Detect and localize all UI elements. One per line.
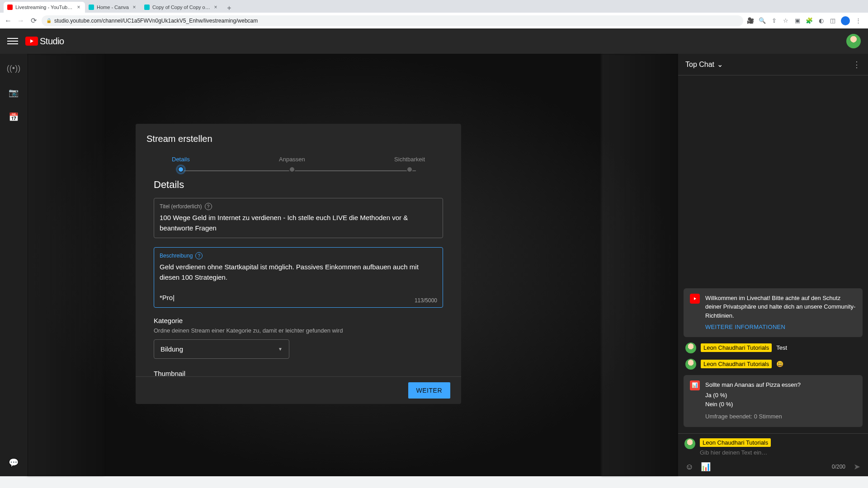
tab-canva[interactable]: Home - Canva × xyxy=(85,2,141,13)
close-icon[interactable]: × xyxy=(132,5,137,10)
stepper: Details Anpassen Sichtbarkeit xyxy=(136,149,461,173)
avatar[interactable] xyxy=(685,359,696,370)
chat-input[interactable] xyxy=(700,449,862,456)
step-dot xyxy=(289,166,295,173)
stream-icon[interactable]: ((•)) xyxy=(8,63,19,74)
category-heading: Kategorie xyxy=(154,317,443,324)
title-input[interactable]: 100 Wege Geld im Internet zu verdienen -… xyxy=(160,213,437,233)
description-field[interactable]: Beschreibung ? Geld verdienen ohne Start… xyxy=(154,247,443,308)
share-icon[interactable]: ⇧ xyxy=(770,17,778,24)
url-input[interactable]: 🔒 studio.youtube.com/channel/UC1a5FWVn0g… xyxy=(42,15,743,26)
category-select[interactable]: Bildung ▼ xyxy=(154,339,289,359)
youtube-studio-logo[interactable]: Studio xyxy=(25,36,64,47)
message-author[interactable]: Leon Chaudhari Tutorials xyxy=(701,360,772,368)
calendar-icon[interactable]: 📅 xyxy=(8,112,19,122)
chevron-down-icon: ▼ xyxy=(278,347,283,352)
zoom-icon[interactable]: 🔍 xyxy=(759,17,766,24)
message-text: Test xyxy=(776,344,787,351)
poll-button[interactable]: 📊 xyxy=(701,462,711,472)
help-icon[interactable]: ? xyxy=(205,203,212,210)
new-tab-button[interactable]: + xyxy=(225,4,234,13)
create-stream-modal: Stream erstellen Details Anpassen Sichtb… xyxy=(136,124,461,404)
description-input[interactable]: Geld verdienen ohne Startkapital ist mög… xyxy=(160,262,437,303)
menu-icon[interactable]: ⋮ xyxy=(854,17,862,24)
poll-option: Ja (0 %) xyxy=(705,391,801,400)
poll-card: 📊 Sollte man Ananas auf Pizza essen? Ja … xyxy=(684,375,863,427)
modal-footer: WEITER xyxy=(136,376,461,404)
close-icon[interactable]: × xyxy=(213,5,218,10)
favicon-canva xyxy=(144,5,150,10)
tab-strip: Livestreaming - YouTube S × Home - Canva… xyxy=(0,0,868,13)
main-area: Stream erstellen Details Anpassen Sichtb… xyxy=(27,54,678,476)
favicon-youtube xyxy=(7,5,13,10)
chat-input-area: Leon Chaudhari Tutorials ☺ 📊 0/200 ➤ xyxy=(678,433,868,476)
poll-icon: 📊 xyxy=(690,380,700,390)
chat-messages[interactable]: Willkommen im Livechat! Bitte achte auf … xyxy=(678,75,868,433)
details-heading: Details xyxy=(154,179,443,191)
extension-icon[interactable]: ▣ xyxy=(794,17,801,24)
extension-icon[interactable]: ◫ xyxy=(829,17,836,24)
close-icon[interactable]: × xyxy=(76,5,81,10)
chat-message: Leon Chaudhari Tutorials 😃 xyxy=(678,356,868,372)
lock-icon: 🔒 xyxy=(46,18,52,23)
user-avatar[interactable] xyxy=(846,34,861,48)
back-button[interactable]: ← xyxy=(4,16,13,25)
modal-title: Stream erstellen xyxy=(136,124,461,149)
star-icon[interactable]: ☆ xyxy=(782,17,789,24)
tab-youtube[interactable]: Livestreaming - YouTube S × xyxy=(4,2,85,13)
title-label: Titel (erforderlich) ? xyxy=(160,203,437,210)
poll-option: Nein (0 %) xyxy=(705,400,801,409)
next-button[interactable]: WEITER xyxy=(408,382,450,399)
step-dot xyxy=(178,166,184,173)
message-author[interactable]: Leon Chaudhari Tutorials xyxy=(701,343,772,352)
browser-chrome: Livestreaming - YouTube S × Home - Canva… xyxy=(0,0,868,28)
more-info-link[interactable]: WEITERE INFORMATIONEN xyxy=(705,323,856,332)
puzzle-icon[interactable]: 🧩 xyxy=(806,17,813,24)
poll-result: Umfrage beendet: 0 Stimmen xyxy=(705,412,801,422)
help-icon[interactable]: ? xyxy=(195,252,203,259)
step-details[interactable]: Details xyxy=(172,156,190,173)
thumbnail-heading: Thumbnail xyxy=(154,370,443,376)
emoji-button[interactable]: ☺ xyxy=(684,462,694,472)
welcome-card: Willkommen im Livechat! Bitte achte auf … xyxy=(684,288,863,337)
step-visibility[interactable]: Sichtbarkeit xyxy=(394,156,425,173)
youtube-icon xyxy=(690,294,700,304)
app-header: Studio xyxy=(0,28,868,54)
chevron-down-icon: ⌄ xyxy=(717,60,723,69)
chat-mode-selector[interactable]: Top Chat ⌄ xyxy=(685,60,723,69)
chat-header: Top Chat ⌄ ⋮ xyxy=(678,54,868,75)
send-button[interactable]: ➤ xyxy=(852,462,862,472)
step-dot xyxy=(406,166,413,173)
chat-menu-button[interactable]: ⋮ xyxy=(853,60,861,70)
address-bar: ← → ⟳ 🔒 studio.youtube.com/channel/UC1a5… xyxy=(0,13,868,28)
category-description: Ordne deinen Stream einer Kategorie zu, … xyxy=(154,327,443,334)
youtube-icon xyxy=(25,37,38,46)
input-author-badge: Leon Chaudhari Tutorials xyxy=(700,438,771,447)
favicon-canva xyxy=(89,5,94,10)
extension-icon[interactable]: ◐ xyxy=(817,17,825,24)
feedback-button[interactable]: 💬 xyxy=(7,456,20,469)
title-field[interactable]: Titel (erforderlich) ? 100 Wege Geld im … xyxy=(154,198,443,238)
menu-button[interactable] xyxy=(7,36,18,47)
char-counter: 0/200 xyxy=(832,464,845,470)
avatar[interactable] xyxy=(684,438,695,449)
reload-button[interactable]: ⟳ xyxy=(29,16,38,25)
message-text: 😃 xyxy=(776,361,783,367)
media-icon[interactable]: 🎥 xyxy=(747,17,754,24)
tab-canva-copy[interactable]: Copy of Copy of Copy of Copy × xyxy=(141,2,222,13)
poll-question: Sollte man Ananas auf Pizza essen? xyxy=(705,380,801,390)
left-rail: ((•)) 📷 📅 xyxy=(0,54,27,476)
avatar[interactable] xyxy=(685,343,696,353)
live-chat-panel: Top Chat ⌄ ⋮ Willkommen im Livechat! Bit… xyxy=(678,54,868,476)
description-label: Beschreibung ? xyxy=(160,252,437,259)
blur-decoration xyxy=(27,54,104,476)
webcam-icon[interactable]: 📷 xyxy=(8,87,19,98)
step-customize[interactable]: Anpassen xyxy=(279,156,305,173)
blur-decoration xyxy=(601,54,678,476)
youtube-studio-app: Studio ((•)) 📷 📅 💬 Stream erstellen Deta… xyxy=(0,28,868,476)
char-counter: 113/5000 xyxy=(415,297,437,304)
modal-body[interactable]: Details Titel (erforderlich) ? 100 Wege … xyxy=(136,173,461,376)
forward-button[interactable]: → xyxy=(16,16,25,25)
chat-message: Leon Chaudhari Tutorials Test xyxy=(678,340,868,356)
profile-avatar[interactable] xyxy=(841,16,850,25)
